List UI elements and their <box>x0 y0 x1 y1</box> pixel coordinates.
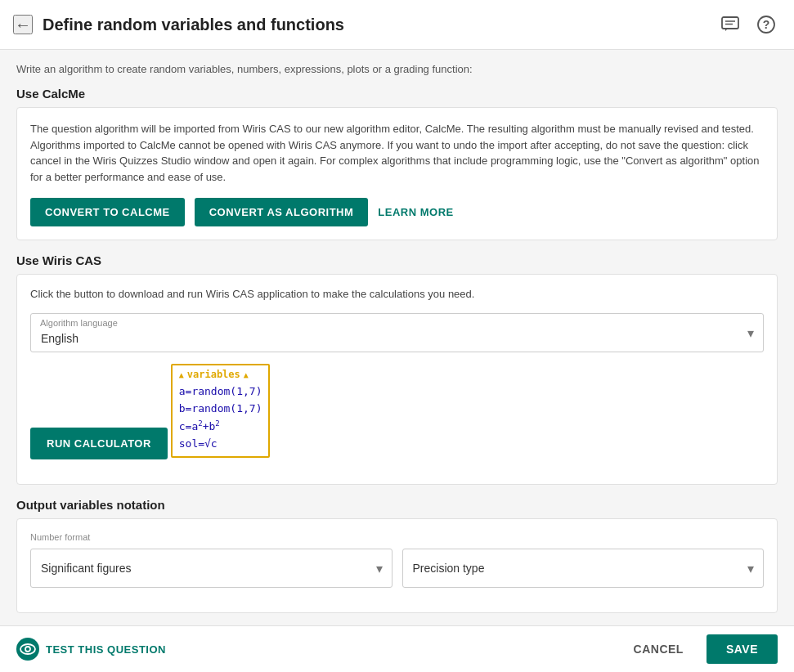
calcme-btn-row: CONVERT TO CALCME CONVERT AS ALGORITHM L… <box>30 198 764 226</box>
calcme-section-title: Use CalcMe <box>16 87 778 101</box>
code-line-1: a=random(1,7) <box>179 383 262 401</box>
help-button[interactable]: ? <box>751 10 781 39</box>
test-question-label: TEST THIS QUESTION <box>46 643 166 656</box>
svg-point-6 <box>25 647 30 652</box>
code-line-3: c=a2+b2 <box>179 418 262 436</box>
precision-type-select[interactable]: Precision type Exact Approximate <box>402 549 765 588</box>
output-card: Number format Significant figures Decima… <box>16 518 778 613</box>
comment-button[interactable] <box>715 10 745 39</box>
wiris-section: Use Wiris CAS Click the button to downlo… <box>16 253 778 485</box>
output-section-title: Output variables notation <box>16 498 778 512</box>
wiris-section-title: Use Wiris CAS <box>16 253 778 267</box>
comment-icon <box>721 16 739 33</box>
page-title: Define random variables and functions <box>43 16 715 34</box>
convert-to-calcme-button[interactable]: CONVERT TO CALCME <box>30 198 185 226</box>
page-subtitle: Write an algorithm to create random vari… <box>16 63 778 75</box>
output-section: Output variables notation Number format … <box>16 498 778 613</box>
footer: TEST THIS QUESTION CANCEL SAVE <box>0 625 794 672</box>
cancel-button[interactable]: CANCEL <box>621 634 697 664</box>
main-content: Write an algorithm to create random vari… <box>0 50 794 625</box>
algorithm-language-select[interactable]: English Spanish French German <box>30 313 764 352</box>
help-icon: ? <box>756 15 776 34</box>
learn-more-button[interactable]: LEARN MORE <box>378 206 453 218</box>
algorithm-code-block: ▲ variables ▲ a=random(1,7) b=random(1,7… <box>171 364 271 458</box>
calcme-description: The question algorithm will be imported … <box>30 121 764 185</box>
calcme-section: Use CalcMe The question algorithm will b… <box>16 87 778 240</box>
wiris-description: Click the button to download and run Wir… <box>30 288 764 300</box>
algorithm-language-dropdown-wrapper: Algorithm language English Spanish Frenc… <box>30 313 764 352</box>
back-button[interactable]: ← <box>13 15 33 34</box>
code-line-4: sol=√c <box>179 436 262 453</box>
header: ← Define random variables and functions … <box>0 0 794 50</box>
code-triangle-left-icon: ▲ <box>179 370 184 379</box>
output-dropdowns-row: Significant figures Decimal places Auto … <box>30 549 764 599</box>
svg-text:?: ? <box>763 18 770 31</box>
svg-rect-0 <box>722 17 738 29</box>
code-line-2: b=random(1,7) <box>179 401 262 418</box>
wiris-card: Click the button to download and run Wir… <box>16 274 778 485</box>
save-button[interactable]: SAVE <box>707 634 778 664</box>
header-icons: ? <box>715 10 781 39</box>
footer-right: CANCEL SAVE <box>621 634 778 664</box>
code-header: ▲ variables ▲ <box>179 369 262 380</box>
precision-type-wrapper: Precision type Exact Approximate ▾ <box>402 549 765 588</box>
significant-figures-select[interactable]: Significant figures Decimal places Auto <box>30 549 393 588</box>
algorithm-language-label: Algorithm language <box>40 318 118 328</box>
convert-as-algorithm-button[interactable]: CONVERT AS ALGORITHM <box>195 198 369 226</box>
code-triangle-right-icon: ▲ <box>244 370 249 379</box>
calcme-card: The question algorithm will be imported … <box>16 107 778 240</box>
test-question-button[interactable]: TEST THIS QUESTION <box>16 638 166 661</box>
svg-point-5 <box>20 644 35 654</box>
number-format-label: Number format <box>30 532 764 542</box>
test-eye-icon <box>16 638 39 661</box>
run-calculator-button[interactable]: RUN CALCULATOR <box>30 428 168 459</box>
significant-figures-wrapper: Significant figures Decimal places Auto … <box>30 549 393 588</box>
code-header-label: variables <box>187 369 240 380</box>
